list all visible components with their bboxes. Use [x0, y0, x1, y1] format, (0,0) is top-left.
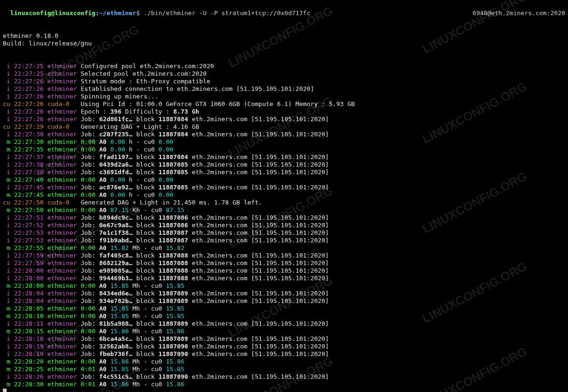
prompt-host: linuxconfig [55, 9, 96, 17]
log-line: i 22:27:38 ethminer Job: c3691dfd… block… [3, 169, 565, 176]
log-line: cu 22:27:26 cuda-0 Using Pci Id : 01:00.… [3, 100, 565, 108]
log-line: m 22:27:35 ethminer 0:00 A0 0.00 h - cu0… [3, 146, 565, 153]
log-line: i 22:27:59 ethminer Job: faf405c8… block… [3, 252, 565, 259]
log-line: i 22:28:18 ethminer Job: 6bca4a5c… block… [3, 335, 565, 343]
log-line: m 22:28:00 ethminer 0:00 A0 15.85 Mh - c… [3, 282, 565, 290]
log-line: i 22:27:25 ethminer Configured pool eth.… [3, 62, 565, 70]
prompt-at: @ [51, 9, 55, 17]
prompt-dollar: $ [136, 9, 144, 17]
log-output[interactable]: i 22:27:25 ethminer Configured pool eth.… [3, 62, 565, 388]
prompt-user: linuxconfig [10, 9, 51, 17]
log-line: i 22:27:30 ethminer Job: c207f235… block… [3, 131, 565, 138]
header-line: Build: linux/release/gnu [3, 40, 565, 47]
log-line: i 22:27:38 ethminer Job: 0439d2a6… block… [3, 161, 565, 169]
header-line: ethminer 0.18.0 [3, 32, 565, 40]
log-line: m 22:28:10 ethminer 0:00 A0 15.85 Mh - c… [3, 312, 565, 320]
log-line: i 22:27:45 ethminer Job: ac876e92… block… [3, 184, 565, 191]
log-line: i 22:28:04 ethminer Job: 8434ed6e… block… [3, 290, 565, 297]
log-line: m 22:27:40 ethminer 0:00 A0 0.00 h - cu0… [3, 176, 565, 184]
log-line: i 22:27:26 ethminer Stratum mode : Eth-P… [3, 78, 565, 85]
log-line: m 22:28:05 ethminer 0:00 A0 15.85 Mh - c… [3, 305, 565, 312]
log-line: i 22:27:26 ethminer Established connecti… [3, 85, 565, 93]
log-line: m 22:27:30 ethminer 0:00 A0 0.00 h - cu0… [3, 138, 565, 146]
log-line: i 22:28:11 ethminer Job: 81b5a988… block… [3, 320, 565, 328]
prompt-colon: : [96, 9, 99, 17]
log-line: i 22:27:51 ethminer Job: b894dc9c… block… [3, 214, 565, 222]
log-line: i 22:27:53 ethminer Job: 7e1c1f38… block… [3, 229, 565, 237]
log-line: m 22:27:55 ethminer 0:00 A0 15.82 Mh - c… [3, 244, 565, 252]
shell-prompt[interactable]: linuxconfig@linuxconfig:~/ethminer$ ./bi… [3, 2, 565, 17]
log-line: cu 22:27:29 cuda-0 Generating DAG + Ligh… [3, 123, 565, 131]
log-line: i 22:28:26 ethminer Job: f4c551c5… block… [3, 373, 565, 381]
log-line: i 22:27:26 ethminer Epoch : 396 Difficul… [3, 108, 565, 116]
log-line: m 22:28:30 ethminer 0:01 A0 15.86 Mh - c… [3, 381, 565, 388]
program-header: ethminer 0.18.0Build: linux/release/gnu [3, 32, 565, 47]
terminal-cursor [3, 389, 7, 392]
log-line: i 22:27:52 ethminer Job: 0e67c9a8… block… [3, 222, 565, 229]
command-right: 6948@eth.2miners.com:2020 [472, 9, 565, 17]
log-line: i 22:28:00 ethminer Job: 994469b3… block… [3, 275, 565, 282]
command-left: ./bin/ethminer -U -P stratum1+tcp://0x0d… [143, 9, 310, 17]
log-line: i 22:27:59 ethminer Job: 8682129a… block… [3, 259, 565, 267]
log-line: m 22:28:25 ethminer 0:01 A0 15.85 Mh - c… [3, 365, 565, 373]
log-line: i 22:28:19 ethminer Job: 32562ab8… block… [3, 343, 565, 350]
log-line: m 22:28:15 ethminer 0:00 A0 15.86 Mh - c… [3, 328, 565, 335]
log-line: i 22:28:19 ethminer Job: fbeb736f… block… [3, 350, 565, 358]
log-line: i 22:27:37 ethminer Job: ffad1197… block… [3, 153, 565, 161]
log-line: m 22:28:20 ethminer 0:00 A0 15.86 Mh - c… [3, 358, 565, 365]
log-line: m 22:27:45 ethminer 0:00 A0 0.00 h - cu0… [3, 191, 565, 199]
log-line: i 22:27:25 ethminer Selected pool eth.2m… [3, 70, 565, 78]
log-line: i 22:27:53 ethminer Job: f91b9abd… block… [3, 237, 565, 244]
log-line: cu 22:27:50 cuda-0 Generated DAG + Light… [3, 199, 565, 206]
log-line: i 22:28:04 ethminer Job: 934e782b… block… [3, 297, 565, 305]
log-line: m 22:27:50 ethminer 0:00 A0 87.15 Kh - c… [3, 206, 565, 214]
prompt-path: ~/ethminer [99, 9, 136, 17]
log-line: i 22:27:26 ethminer Spinning up miners..… [3, 93, 565, 100]
log-line: i 22:27:26 ethminer Job: 62d861fc… block… [3, 116, 565, 123]
log-line: i 22:28:00 ethminer Job: e989085a… block… [3, 267, 565, 275]
